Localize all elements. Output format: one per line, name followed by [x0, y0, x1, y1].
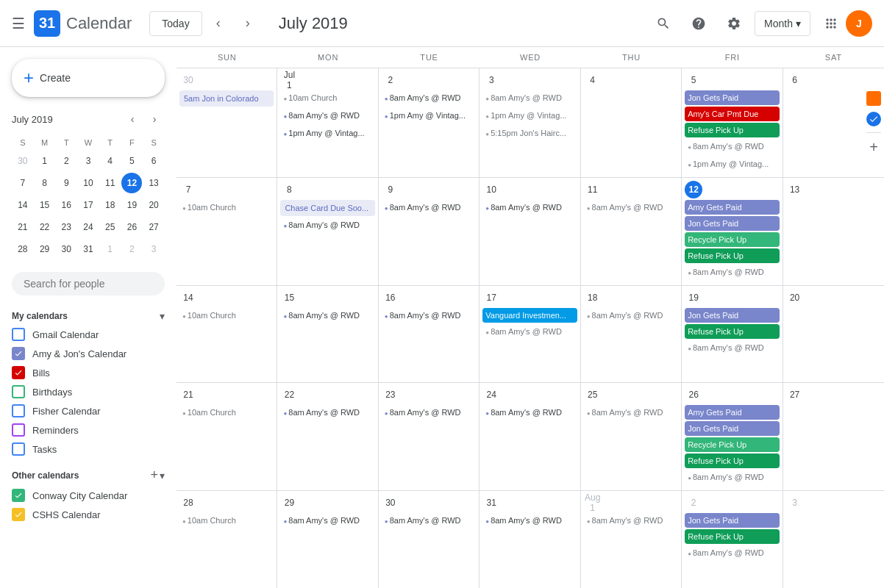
mini-day[interactable]: 26 [121, 217, 142, 237]
calendar-event[interactable]: Jon Gets Paid [685, 308, 779, 323]
calendar-event[interactable]: 8am Amy's @ RWD [685, 340, 779, 356]
day-number[interactable]: 31 [482, 494, 500, 512]
calendar-day[interactable]: 305am Jon in Colorado [177, 68, 277, 177]
calendar-event[interactable]: 8am Amy's @ RWD [482, 200, 577, 216]
calendar-event[interactable]: 8am Amy's @ RWD [584, 200, 678, 216]
mini-day[interactable]: 29 [35, 239, 55, 259]
calendar-day[interactable]: 4 [581, 68, 682, 177]
day-number[interactable]: 30 [179, 71, 197, 89]
calendar-event[interactable]: 10am Church [179, 405, 274, 421]
calendar-event[interactable]: Recycle Pick Up [685, 437, 779, 452]
calendar-item-amy-jon[interactable]: Amy & Jon's Calendar [12, 344, 165, 363]
calendar-item-birthdays[interactable]: Birthdays [12, 382, 165, 401]
mini-day[interactable]: 3 [143, 239, 164, 259]
mini-day[interactable]: 16 [56, 195, 76, 215]
mini-day[interactable]: 6 [143, 151, 164, 171]
calendar-event[interactable]: 8am Amy's @ RWD [382, 405, 476, 421]
calendar-day[interactable]: 38am Amy's @ RWD1pm Amy @ Vintag...5:15p… [480, 68, 580, 177]
menu-icon[interactable]: ☰ [12, 15, 25, 32]
calendar-day[interactable]: 238am Amy's @ RWD [379, 383, 480, 490]
calendar-event[interactable]: 10am Church [280, 90, 374, 107]
calendar-item-tasks[interactable]: Tasks [12, 440, 165, 459]
calendar-event[interactable]: 8am Amy's @ RWD [280, 108, 374, 124]
next-button[interactable]: › [235, 10, 261, 37]
mini-day[interactable]: 17 [78, 195, 99, 215]
calendar-event[interactable]: 1pm Amy @ Vintag... [382, 108, 476, 124]
tasks-calendar-checkbox[interactable] [12, 442, 25, 456]
calendar-event[interactable]: 8am Amy's @ RWD [382, 90, 476, 107]
day-number[interactable]: 25 [584, 386, 602, 404]
today-button[interactable]: Today [149, 11, 202, 36]
calendar-day[interactable]: 3 [783, 491, 884, 588]
mini-day[interactable]: 30 [56, 239, 76, 259]
calendar-day[interactable]: 248am Amy's @ RWD [480, 383, 580, 490]
calendar-item-fisher[interactable]: Fisher Calendar [12, 401, 165, 420]
calendar-event[interactable]: Refuse Pick Up [685, 529, 779, 544]
search-people-input[interactable] [12, 272, 165, 295]
avatar[interactable]: J [846, 10, 872, 37]
calendar-day[interactable]: 19Jon Gets PaidRefuse Pick Up8am Amy's @… [682, 286, 783, 382]
calendar-day[interactable]: 26Amy Gets PaidJon Gets PaidRecycle Pick… [682, 383, 783, 490]
calendar-day[interactable]: 20 [783, 286, 884, 382]
calendar-event[interactable]: 8am Amy's @ RWD [382, 513, 476, 529]
cshs-calendar-checkbox[interactable] [12, 508, 25, 521]
calendar-event[interactable]: 8am Amy's @ RWD [584, 308, 678, 324]
calendar-event[interactable]: Refuse Pick Up [685, 248, 779, 263]
calendar-event[interactable]: Amy's Car Pmt Due [685, 107, 779, 121]
calendar-event[interactable]: 8am Amy's @ RWD [584, 513, 678, 529]
calendar-day[interactable]: 12Amy Gets PaidJon Gets PaidRecycle Pick… [682, 178, 783, 285]
calendar-day[interactable]: 98am Amy's @ RWD [379, 178, 480, 285]
calendar-event[interactable]: 8am Amy's @ RWD [482, 90, 577, 107]
mini-day[interactable]: 10 [78, 173, 99, 193]
calendar-event[interactable]: 10am Church [179, 513, 274, 529]
mini-day[interactable]: 23 [56, 217, 76, 237]
view-selector[interactable]: Month ▾ [755, 11, 810, 36]
mini-day[interactable]: 27 [143, 217, 164, 237]
mini-day[interactable]: 30 [13, 151, 33, 171]
calendar-event[interactable]: Jon Gets Paid [685, 90, 779, 105]
day-number[interactable]: Jul 1 [280, 71, 298, 89]
calendar-day[interactable]: 27 [783, 383, 884, 490]
mini-day[interactable]: 31 [78, 239, 99, 259]
calendar-day[interactable]: 2110am Church [177, 383, 277, 490]
day-number[interactable]: 24 [482, 386, 500, 404]
day-number[interactable]: 9 [382, 181, 399, 198]
other-calendars-chevron[interactable]: ▾ [160, 470, 165, 481]
day-number[interactable]: 11 [584, 181, 602, 198]
mini-day[interactable]: 1 [35, 151, 55, 171]
mini-day[interactable]: 18 [100, 195, 121, 215]
day-number[interactable]: 18 [584, 289, 602, 306]
calendar-event[interactable]: 5:15pm Jon's Hairc... [482, 126, 577, 142]
mini-day[interactable]: 19 [121, 195, 142, 215]
my-calendars-header[interactable]: My calendars ▾ [12, 307, 165, 325]
day-number[interactable]: 5 [685, 71, 702, 89]
search-icon[interactable] [649, 9, 678, 38]
calendar-day[interactable]: 5Jon Gets PaidAmy's Car Pmt DueRefuse Pi… [682, 68, 783, 177]
mini-day[interactable]: 20 [143, 195, 164, 215]
mini-day[interactable]: 2 [121, 239, 142, 259]
day-number[interactable]: 26 [685, 386, 702, 404]
bills-calendar-checkbox[interactable] [12, 366, 25, 379]
calendar-event[interactable]: 8am Amy's @ RWD [482, 324, 577, 340]
birthdays-calendar-checkbox[interactable] [12, 385, 25, 398]
mini-day[interactable]: 13 [143, 173, 164, 193]
calendar-event[interactable]: 8am Amy's @ RWD [685, 545, 779, 562]
calendar-day[interactable]: 258am Amy's @ RWD [581, 383, 682, 490]
calendar-event[interactable]: 8am Amy's @ RWD [685, 470, 779, 486]
mini-cal-next[interactable]: › [144, 109, 165, 129]
create-button[interactable]: + Create [12, 59, 165, 97]
apps-icon[interactable] [816, 9, 846, 38]
day-number[interactable]: 15 [280, 289, 298, 306]
calendar-event[interactable]: Refuse Pick Up [685, 453, 779, 468]
help-icon[interactable] [684, 9, 713, 38]
calendar-event[interactable]: 8am Amy's @ RWD [280, 308, 374, 324]
calendar-event[interactable]: 8am Amy's @ RWD [482, 513, 577, 529]
mini-day[interactable]: 11 [100, 173, 121, 193]
calendar-day[interactable]: 2810am Church [177, 491, 277, 588]
calendar-event[interactable]: 8am Amy's @ RWD [685, 265, 779, 281]
day-number[interactable]: 7 [179, 181, 197, 198]
calendar-day[interactable]: Aug 18am Amy's @ RWD [581, 491, 682, 588]
fisher-calendar-checkbox[interactable] [12, 404, 25, 417]
day-number[interactable]: 22 [280, 386, 298, 404]
mini-day[interactable]: 24 [78, 217, 99, 237]
